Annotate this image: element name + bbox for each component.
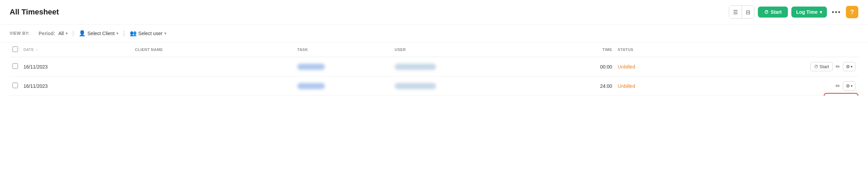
- row2-edit-icon: ✏: [836, 83, 840, 89]
- filter-bar: VIEW BY: Period: All ▾ | 👤 Select Client…: [0, 24, 868, 42]
- row2-user: [392, 76, 554, 96]
- log-time-button[interactable]: Log Time ▾: [791, 7, 827, 18]
- view-by-label: VIEW BY:: [10, 31, 30, 36]
- page-title: All Timesheet: [10, 8, 59, 17]
- row2-gear-button[interactable]: ⚙ ▾: [843, 81, 856, 91]
- row2-gear-chevron: ▾: [851, 84, 852, 88]
- log-time-chevron-icon: ▾: [820, 9, 822, 15]
- period-filter[interactable]: Period: All ▾: [35, 29, 71, 38]
- client-icon: 👤: [79, 30, 86, 37]
- row1-actions-cell: ⏱ Start ✏ ⚙ ▾: [696, 57, 858, 76]
- row2-actions-cell: ✏ ⚙ ▾ Clone Delete: [696, 76, 858, 96]
- help-button[interactable]: ?: [846, 6, 858, 18]
- select-user-filter[interactable]: 👥 Select user ▾: [126, 29, 170, 38]
- calendar-icon: ⊟: [746, 9, 750, 15]
- row1-edit-icon: ✏: [836, 64, 840, 70]
- row2-edit-button[interactable]: ✏: [834, 81, 841, 91]
- time-header: TIME: [554, 42, 615, 57]
- row1-task: [295, 57, 392, 76]
- client-chevron-icon: ▾: [116, 31, 118, 36]
- row1-gear-chevron: ▾: [851, 65, 852, 69]
- row2-task: [295, 76, 392, 96]
- row2-status: Unbilled: [615, 76, 696, 96]
- user-header: USER: [392, 42, 554, 57]
- row2-dropdown-menu: Clone Delete: [824, 93, 858, 96]
- list-icon: ☰: [733, 9, 738, 15]
- select-client-label: Select Client: [87, 31, 115, 36]
- row1-action-buttons: ⏱ Start ✏ ⚙ ▾: [699, 62, 856, 71]
- timesheet-table-container: DATE ↑ CLIENT NAME TASK USER TIME STATUS…: [0, 42, 868, 96]
- row2-task-blurred: [297, 83, 325, 89]
- period-value: All: [58, 31, 64, 36]
- row1-task-blurred: [297, 64, 325, 70]
- row2-time: 24:00: [554, 76, 615, 96]
- row1-checkbox[interactable]: [12, 63, 18, 69]
- row1-status: Unbilled: [615, 57, 696, 76]
- header: All Timesheet ☰ ⊟ ⏱ Start Log Time ▾ •••…: [0, 0, 868, 24]
- table-header-row: DATE ↑ CLIENT NAME TASK USER TIME STATUS: [10, 42, 858, 57]
- period-chevron-icon: ▾: [66, 31, 68, 36]
- select-all-checkbox[interactable]: [12, 46, 18, 52]
- row1-checkbox-cell: [10, 57, 21, 76]
- row1-user-blurred: [395, 64, 436, 70]
- row1-user: [392, 57, 554, 76]
- user-chevron-icon: ▾: [164, 31, 166, 36]
- row1-time: 00:00: [554, 57, 615, 76]
- row2-gear-icon: ⚙: [846, 83, 850, 88]
- start-timer-icon: ⏱: [764, 10, 769, 15]
- row1-start-button[interactable]: ⏱ Start: [810, 62, 833, 71]
- task-header: TASK: [295, 42, 392, 57]
- row2-user-blurred: [395, 83, 436, 89]
- status-header: STATUS: [615, 42, 696, 57]
- row1-edit-button[interactable]: ✏: [834, 62, 841, 71]
- date-header[interactable]: DATE ↑: [21, 42, 132, 57]
- row1-gear-icon: ⚙: [846, 64, 850, 69]
- select-user-label: Select user: [138, 31, 163, 36]
- row2-client: [132, 76, 295, 96]
- more-options-button[interactable]: •••: [830, 8, 842, 16]
- row1-date: 16/11/2023: [21, 57, 132, 76]
- timesheet-table: DATE ↑ CLIENT NAME TASK USER TIME STATUS…: [10, 42, 858, 96]
- client-header: CLIENT NAME: [132, 42, 295, 57]
- table-row: 16/11/2023 00:00 Unbilled ⏱ Start: [10, 57, 858, 76]
- period-label: Period:: [39, 31, 55, 36]
- calendar-view-button[interactable]: ⊟: [742, 6, 754, 18]
- user-icon: 👥: [130, 30, 137, 37]
- row1-start-timer-icon: ⏱: [814, 64, 818, 69]
- list-view-button[interactable]: ☰: [729, 6, 742, 18]
- date-sort-icon: ↑: [36, 48, 38, 52]
- row1-gear-button[interactable]: ⚙ ▾: [843, 62, 856, 71]
- row2-checkbox-cell: [10, 76, 21, 96]
- row1-client: [132, 57, 295, 76]
- start-button[interactable]: ⏱ Start: [758, 7, 788, 18]
- header-actions: ☰ ⊟ ⏱ Start Log Time ▾ ••• ?: [729, 6, 858, 19]
- table-row: 16/11/2023 24:00 Unbilled ✏: [10, 76, 858, 96]
- row2-checkbox[interactable]: [12, 83, 18, 88]
- checkbox-header: [10, 42, 21, 57]
- row2-date: 16/11/2023: [21, 76, 132, 96]
- view-toggle-group: ☰ ⊟: [729, 6, 754, 19]
- row2-action-buttons: ✏ ⚙ ▾: [699, 81, 856, 91]
- select-client-filter[interactable]: 👤 Select Client ▾: [75, 29, 122, 38]
